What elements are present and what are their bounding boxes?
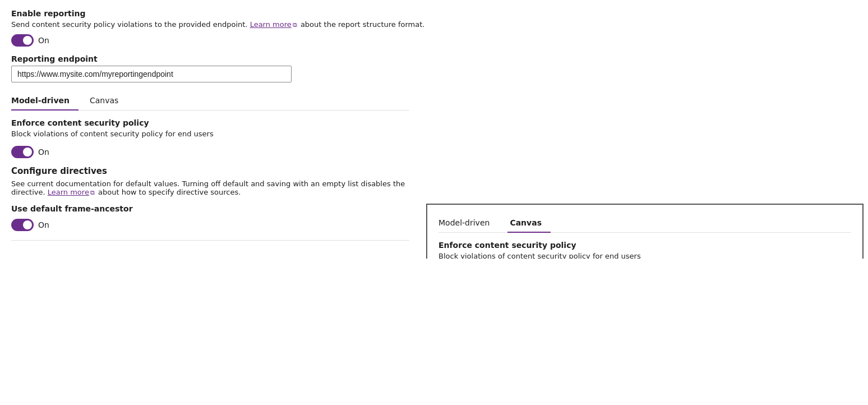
enable-reporting-toggle[interactable] — [11, 34, 34, 47]
reporting-endpoint-input[interactable] — [11, 66, 292, 82]
left-frame-toggle-track — [11, 219, 34, 231]
enable-reporting-section: Enable reporting Send content security p… — [11, 9, 857, 47]
left-configure-desc-after: about how to specify directive sources. — [96, 188, 241, 196]
enable-reporting-toggle-track — [11, 34, 34, 47]
left-enforce-toggle-label: On — [38, 148, 49, 157]
left-frame-toggle-thumb — [23, 220, 32, 229]
left-configure-desc: See current documentation for default va… — [11, 180, 409, 196]
reporting-endpoint-section: Reporting endpoint — [11, 54, 857, 82]
enable-reporting-toggle-thumb — [23, 36, 32, 45]
left-frame-toggle-row: On — [11, 219, 409, 231]
right-tab-model-driven[interactable]: Model-driven — [438, 214, 498, 233]
left-frame-toggle-label: On — [38, 220, 49, 229]
enable-reporting-title: Enable reporting — [11, 9, 857, 18]
left-tab-model-driven[interactable]: Model-driven — [11, 91, 79, 111]
right-tabs: Model-driven Canvas — [438, 214, 851, 233]
left-enforce-section: Enforce content security policy Block vi… — [11, 118, 409, 138]
main-layout: Model-driven Canvas Enforce content secu… — [11, 91, 857, 250]
enable-reporting-link[interactable]: Learn more — [250, 20, 292, 29]
right-enforce-title: Enforce content security policy — [438, 241, 851, 250]
right-panel: Model-driven Canvas Enforce content secu… — [426, 204, 864, 259]
external-link-icon: ⧉ — [293, 21, 297, 29]
right-tab-canvas[interactable]: Canvas — [507, 214, 551, 233]
left-configure-title: Configure directives — [11, 166, 409, 176]
enable-reporting-desc-before: Send content security policy violations … — [11, 20, 250, 29]
reporting-endpoint-label: Reporting endpoint — [11, 54, 857, 63]
left-enforce-toggle-row: On — [11, 146, 409, 158]
left-enforce-toggle-thumb — [23, 148, 32, 157]
right-enforce-desc: Block violations of content security pol… — [438, 252, 851, 259]
right-enforce-section: Enforce content security policy Block vi… — [438, 241, 851, 259]
left-panel: Model-driven Canvas Enforce content secu… — [11, 91, 421, 250]
enable-reporting-desc-after: about the report structure format. — [298, 20, 425, 29]
left-enforce-title: Enforce content security policy — [11, 118, 409, 127]
left-configure-section: Configure directives See current documen… — [11, 166, 409, 196]
left-frame-title: Use default frame-ancestor — [11, 204, 409, 213]
left-enforce-desc: Block violations of content security pol… — [11, 130, 409, 138]
left-enforce-toggle-track — [11, 146, 34, 158]
left-frame-section: Use default frame-ancestor — [11, 204, 409, 213]
left-configure-link[interactable]: Learn more — [48, 188, 89, 196]
enable-reporting-toggle-label: On — [38, 36, 49, 45]
enable-reporting-toggle-row: On — [11, 34, 857, 47]
left-tabs: Model-driven Canvas — [11, 91, 409, 111]
left-frame-toggle[interactable] — [11, 219, 34, 231]
left-divider — [11, 240, 409, 241]
left-tab-canvas[interactable]: Canvas — [87, 91, 127, 111]
enable-reporting-desc: Send content security policy violations … — [11, 20, 857, 29]
left-configure-ext-icon: ⧉ — [90, 189, 95, 196]
left-enforce-toggle[interactable] — [11, 146, 34, 158]
